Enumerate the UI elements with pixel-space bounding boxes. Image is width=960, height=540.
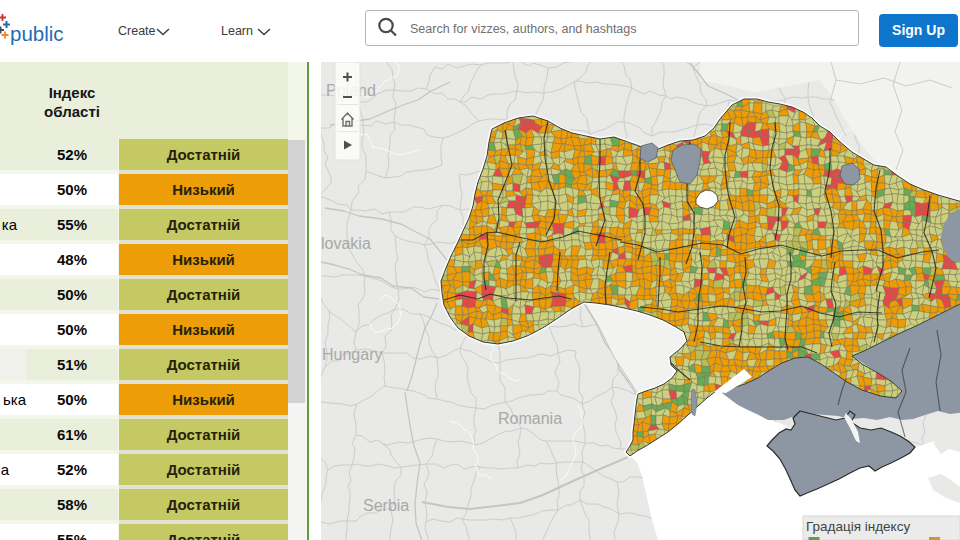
svg-text:Градація індексу: Градація індексу (806, 519, 910, 534)
svg-text:lovakia: lovakia (321, 235, 371, 252)
svg-text:Romania: Romania (498, 410, 562, 427)
svg-text:Hungary: Hungary (322, 346, 382, 363)
svg-text:Serbia: Serbia (363, 497, 409, 514)
